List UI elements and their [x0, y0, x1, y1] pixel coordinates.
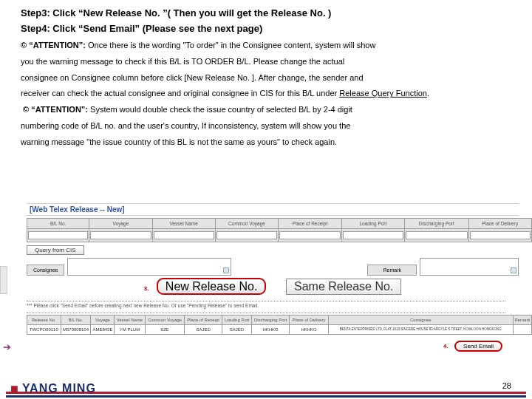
col-header: Vessel Name — [152, 219, 215, 229]
common-voyage-input[interactable] — [216, 231, 278, 239]
cell: M570008104 — [61, 325, 91, 335]
col-header: Discharging Port — [405, 219, 468, 229]
footer: ■YANG MING — [0, 392, 532, 398]
receipt-input[interactable] — [279, 231, 340, 239]
query-from-cis-button[interactable]: Query from CIS — [27, 245, 84, 255]
step3-marker: 3. — [144, 285, 149, 292]
logo-icon: ■ — [10, 381, 19, 396]
note-text: *** Please click "Send Email" before cre… — [27, 303, 519, 308]
query-table: B/L No. Voyage Vessel Name Common Voyage… — [27, 218, 532, 242]
divider — [27, 313, 505, 313]
remark-textarea[interactable] — [420, 258, 519, 276]
cell — [513, 325, 531, 335]
consignee-textarea[interactable] — [67, 258, 231, 276]
delivery-input[interactable] — [470, 231, 531, 239]
col-header: B/L No. — [27, 219, 89, 229]
cell: SAJED — [222, 325, 252, 335]
col-header: Remark — [513, 316, 531, 325]
divider — [27, 301, 505, 301]
cell-consignee: BENTA ENTERPRISES LTD. FLAT 1013 SINCERE… — [328, 325, 513, 335]
attention-2-line-2: numbering code of B/L no. and the user's… — [21, 119, 511, 134]
cell: HKHKG — [251, 325, 290, 335]
new-release-no-button[interactable]: New Release No. — [157, 278, 267, 295]
release-query-link[interactable]: Release Query Function — [339, 89, 427, 98]
col-header: Discharging Port — [251, 316, 290, 325]
col-header: Place of Receipt — [279, 219, 341, 229]
cell: HKHKG — [290, 325, 328, 335]
results-table: Release No. B/L No. Voyage Vessel Name C… — [27, 315, 532, 335]
col-header: Place of Delivery — [290, 316, 328, 325]
col-header: Common Voyage — [215, 219, 279, 229]
attention-2-line-1: © “ATTENTION”: System would double check… — [21, 103, 511, 117]
loading-input[interactable] — [343, 231, 403, 239]
col-header: Voyage — [89, 219, 152, 229]
voyage-input[interactable] — [90, 231, 151, 239]
app-screenshot: [Web Telex Release -- New] B/L No. Voyag… — [0, 203, 532, 351]
resize-handle-icon[interactable] — [223, 267, 229, 273]
blno-input[interactable] — [28, 231, 88, 239]
col-header: Place of Receipt — [185, 316, 222, 325]
discharging-input[interactable] — [406, 231, 467, 239]
step3-heading: Step3: Click “New Release No. ”( Then yo… — [21, 7, 511, 18]
attention-1-line-4: receiver can check the actual consignee … — [21, 86, 511, 101]
step4-heading: Step4: Click “Send Email” (Please see th… — [21, 23, 511, 34]
step4-marker: 4. — [443, 343, 449, 349]
consignee-label: Consignee — [27, 265, 64, 276]
table-row: TWCPO00110 M570008104 AME843E YM PLUM 62… — [27, 325, 532, 335]
attention-1-line-2: you the warning message to check if this… — [21, 55, 511, 69]
col-header: B/L No. — [61, 316, 91, 325]
col-header: Loading Port — [222, 316, 252, 325]
cell: TWCPO00110 — [27, 325, 61, 335]
pointer-arrow-icon: ➔ — [3, 341, 11, 352]
col-header: Common Voyage — [145, 316, 184, 325]
window-title: [Web Telex Release -- New] — [27, 203, 519, 216]
resize-handle-icon[interactable] — [511, 267, 516, 273]
cell: SAJED — [185, 325, 222, 335]
col-header: Vessel Name — [115, 316, 145, 325]
col-header: Loading Port — [341, 219, 404, 229]
attention-1-line-1: © “ATTENTION”: Once there is the wording… — [21, 38, 511, 53]
col-header: Release No. — [27, 316, 61, 325]
yang-ming-logo: ■YANG MING — [10, 381, 96, 397]
sidebar-fragment — [0, 266, 7, 294]
send-email-button[interactable]: Send Email — [454, 341, 502, 352]
remark-label: Remark — [367, 265, 417, 276]
col-header: Place of Delivery — [468, 219, 532, 229]
col-header: Voyage — [91, 316, 115, 325]
col-header: Consignee — [328, 316, 513, 325]
same-release-no-button[interactable]: Same Release No. — [286, 279, 401, 295]
vessel-input[interactable] — [154, 231, 214, 239]
page-number: 28 — [502, 381, 511, 390]
attention-2-line-3: warning message "the issue country of th… — [21, 135, 511, 150]
cell: AME843E — [91, 325, 115, 335]
cell: 62E — [145, 325, 184, 335]
cell: YM PLUM — [115, 325, 145, 335]
attention-1-line-3: consignee on Consignee column before cli… — [21, 71, 511, 86]
